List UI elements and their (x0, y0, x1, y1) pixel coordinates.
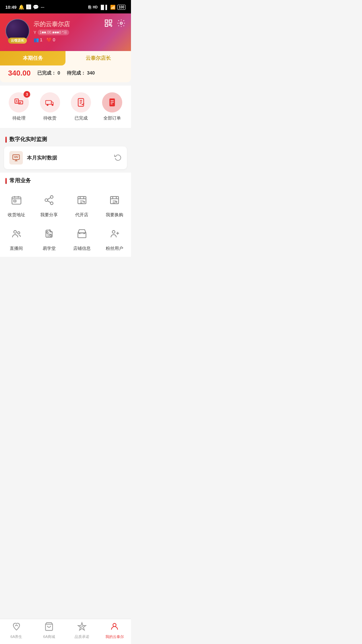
order-shipping[interactable]: 待收货 (35, 92, 66, 121)
shop-name-highlight: 示的云泰尔店 (34, 20, 70, 28)
likes-item: ❤️ 0 (46, 37, 55, 42)
biz-storeinfo[interactable]: 店铺信息 (65, 225, 98, 251)
svg-rect-10 (46, 100, 51, 104)
order-icon-shipping (40, 92, 60, 112)
svg-point-11 (47, 104, 48, 106)
order-label-all: 全部订单 (103, 115, 121, 121)
svg-rect-16 (110, 102, 114, 103)
svg-point-21 (50, 196, 53, 198)
biz-label-storeinfo: 店铺信息 (73, 245, 91, 251)
task-section: 本期任务 云泰尔店长 340.00 已完成： 0 待完成： 340 (0, 51, 131, 82)
order-label-done: 已完成 (75, 115, 88, 121)
hd-icon: HD (93, 5, 97, 9)
avatar-wrap: 云馆店长 (5, 19, 30, 43)
likes-count: 0 (53, 37, 55, 42)
svg-rect-18 (13, 155, 19, 159)
monitor-icon (9, 151, 23, 165)
avatar-badge: 云馆店长 (8, 38, 27, 44)
status-right: ⎘ HD ▐▌▌ 📶 100 (88, 5, 126, 10)
monitor-label: 本月实时数据 (27, 155, 110, 161)
svg-rect-17 (110, 104, 112, 104)
settings-button[interactable] (117, 19, 126, 30)
header: 云馆店长 示的云泰尔店 Y 1■■.00.■■■0 *示 👥 1 ❤️ 0 (0, 13, 131, 51)
heart-icon: ❤️ (46, 37, 52, 42)
task-completed: 已完成： 0 (37, 70, 60, 76)
biz-address[interactable]: 收货地址 (0, 191, 33, 218)
biz-icon-openstore (73, 191, 91, 209)
task-stats: 340.00 已完成： 0 待完成： 340 (0, 65, 131, 82)
task-tab-manager[interactable]: 云泰尔店长 (65, 51, 131, 65)
biz-icon-exchange (105, 191, 124, 209)
orders-section: 3 待处理 待收货 已完 (0, 86, 131, 128)
order-all[interactable]: 全部订单 (97, 92, 128, 121)
biz-live[interactable]: 直播间 (0, 225, 33, 251)
bottom-spacer (0, 260, 131, 287)
svg-rect-19 (12, 197, 21, 204)
biz-label-share: 我要分享 (40, 212, 58, 218)
biz-icon-fans (105, 225, 124, 243)
refresh-button[interactable] (114, 153, 122, 163)
monitor-card[interactable]: 本月实时数据 (4, 146, 127, 169)
svg-line-25 (48, 198, 51, 199)
bluetooth-icon: ⎘ (88, 5, 91, 10)
svg-point-23 (50, 202, 53, 204)
followers-row: 👥 1 ❤️ 0 (34, 37, 126, 42)
orders-grid: 3 待处理 待收货 已完 (3, 92, 128, 121)
app-icon-2: 🅱 (26, 4, 31, 10)
signal-icon: ▐▌▌ (99, 5, 109, 10)
id-tag: 1■■.00.■■■0 *示 (38, 30, 69, 35)
status-bar: 10:49 🔔 🅱 💬 ··· ⎘ HD ▐▌▌ 📶 100 (0, 0, 131, 13)
order-pending[interactable]: 3 待处理 (3, 92, 35, 121)
svg-point-41 (112, 231, 115, 233)
biz-exchange[interactable]: 我要换购 (98, 191, 131, 218)
order-label-pending: 待处理 (12, 115, 26, 121)
header-actions (104, 19, 126, 30)
biz-label-openstore: 代开店 (75, 212, 88, 218)
monitor-section: 数字化实时监测 本月实时数据 (0, 131, 131, 169)
biz-openstore[interactable]: 代开店 (65, 191, 98, 218)
qr-code-button[interactable] (104, 19, 113, 30)
svg-point-38 (50, 235, 52, 236)
biz-study[interactable]: 易学堂 (33, 225, 66, 251)
task-amount: 340.00 (8, 69, 31, 78)
svg-point-36 (14, 231, 16, 233)
biz-share[interactable]: 我要分享 (33, 191, 66, 218)
svg-rect-0 (105, 20, 108, 22)
task-pending: 待完成： 340 (67, 70, 95, 76)
order-icon-pending: 3 (9, 92, 29, 112)
followers-count: 1 (40, 37, 42, 42)
status-left: 10:49 🔔 🅱 💬 ··· (5, 4, 44, 10)
app-icon-1: 🔔 (18, 4, 24, 10)
svg-rect-1 (109, 20, 112, 22)
order-icon-all (102, 92, 122, 112)
task-tabs: 本期任务 云泰尔店长 (0, 51, 131, 65)
shop-id-row: Y 1■■.00.■■■0 *示 (34, 30, 126, 35)
svg-point-37 (17, 232, 20, 234)
time: 10:49 (5, 5, 16, 10)
task-tab-current[interactable]: 本期任务 (0, 51, 65, 65)
business-grid: 收货地址 我要分享 (0, 188, 131, 257)
biz-fans[interactable]: 粉丝用户 (98, 225, 131, 251)
followers-item: 👥 1 (34, 37, 42, 42)
svg-line-24 (48, 201, 51, 202)
svg-rect-3 (109, 24, 110, 25)
svg-rect-15 (110, 100, 114, 101)
app-icon-3: 💬 (33, 4, 39, 10)
biz-label-live: 直播间 (10, 245, 23, 251)
person-icon: 👥 (34, 37, 39, 42)
order-done[interactable]: 已完成 (65, 92, 97, 121)
section-bar-2 (5, 178, 7, 184)
svg-rect-8 (15, 99, 19, 103)
business-section-title: 常用业务 (0, 173, 131, 188)
svg-point-22 (45, 199, 48, 201)
order-label-shipping: 待收货 (43, 115, 56, 121)
biz-icon-address (7, 191, 26, 209)
svg-rect-20 (14, 200, 16, 202)
biz-label-address: 收货地址 (8, 212, 25, 218)
biz-icon-live (7, 225, 26, 243)
biz-label-exchange: 我要换购 (106, 212, 123, 218)
order-badge-pending: 3 (24, 91, 30, 98)
biz-label-study: 易学堂 (43, 245, 56, 251)
monitor-section-title: 数字化实时监测 (0, 131, 131, 146)
biz-label-fans: 粉丝用户 (106, 245, 123, 251)
